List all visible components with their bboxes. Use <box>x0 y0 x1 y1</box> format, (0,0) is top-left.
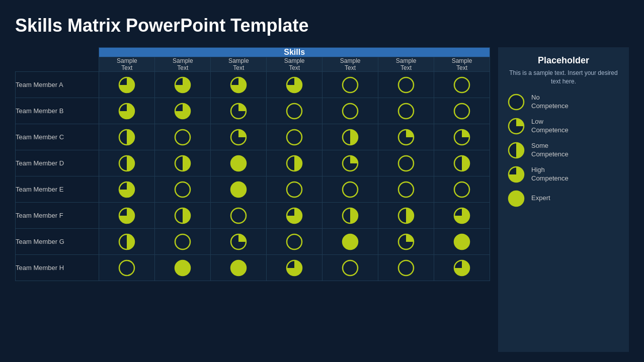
svg-point-34 <box>343 182 358 197</box>
legend-icon-some <box>507 141 525 159</box>
table-row: Team Member B <box>16 98 490 124</box>
skill-cell-7-1 <box>155 255 211 281</box>
svg-point-47 <box>287 234 302 249</box>
svg-point-52 <box>454 234 469 249</box>
skill-cell-6-5 <box>378 229 434 255</box>
col-header-6: SampleText <box>434 57 490 72</box>
skill-cell-3-5 <box>378 150 434 176</box>
svg-point-30 <box>175 182 190 197</box>
svg-point-35 <box>398 182 414 197</box>
legend-label-0: NoCompetence <box>531 94 569 111</box>
skill-cell-1-3 <box>267 98 323 124</box>
row-label-2: Team Member C <box>16 124 99 150</box>
legend-icon-high <box>507 165 525 184</box>
skill-cell-6-0 <box>99 229 155 255</box>
skills-header: Skills <box>99 48 490 57</box>
skill-cell-7-0 <box>99 255 155 281</box>
skill-cell-4-0 <box>99 176 155 203</box>
table-row: Team Member E <box>16 176 490 203</box>
svg-point-33 <box>287 182 302 197</box>
legend-item-2: SomeCompetence <box>507 141 620 159</box>
row-label-1: Team Member B <box>16 98 99 124</box>
skill-cell-6-6 <box>434 229 490 255</box>
skills-matrix-table: SkillsSampleTextSampleTextSampleTextSamp… <box>15 47 490 281</box>
skill-cell-5-3 <box>267 203 323 229</box>
skill-cell-7-3 <box>267 255 323 281</box>
row-label-5: Team Member F <box>16 203 99 229</box>
skill-cell-2-0 <box>99 124 155 150</box>
skill-cell-6-3 <box>267 229 323 255</box>
row-label-0: Team Member A <box>16 72 99 98</box>
svg-point-12 <box>398 104 414 119</box>
legend-item-0: NoCompetence <box>507 93 620 111</box>
skill-cell-6-2 <box>211 229 267 255</box>
skill-cell-2-3 <box>267 124 323 150</box>
svg-point-55 <box>175 260 190 276</box>
skill-cell-0-1 <box>155 72 211 98</box>
skill-cell-1-1 <box>155 98 211 124</box>
col-header-3: SampleText <box>267 57 323 72</box>
skill-cell-4-2 <box>211 176 267 203</box>
row-label-7: Team Member H <box>16 255 99 281</box>
svg-point-11 <box>343 104 358 119</box>
skill-cell-0-5 <box>378 72 434 98</box>
legend-item-4: Expert <box>507 190 620 208</box>
content-area: SkillsSampleTextSampleTextSampleTextSamp… <box>15 47 629 352</box>
col-header-2: SampleText <box>211 57 267 72</box>
skill-cell-7-5 <box>378 255 434 281</box>
table-row: Team Member H <box>16 255 490 281</box>
svg-point-27 <box>398 156 414 171</box>
skill-cell-2-2 <box>211 124 267 150</box>
skill-cell-5-4 <box>323 203 378 229</box>
legend-label-1: LowCompetence <box>531 118 569 135</box>
skill-cell-7-6 <box>434 255 490 281</box>
skill-cell-1-4 <box>323 98 378 124</box>
main-container: Skills Matrix PowerPoint Template Skills… <box>0 0 644 362</box>
svg-point-6 <box>454 77 469 93</box>
legend-title: Placeholder <box>507 55 620 66</box>
skill-cell-4-3 <box>267 176 323 203</box>
page-title: Skills Matrix PowerPoint Template <box>15 15 629 36</box>
table-row: Team Member C <box>16 124 490 150</box>
skill-cell-2-4 <box>323 124 378 150</box>
skill-cell-0-3 <box>267 72 323 98</box>
skill-cell-1-2 <box>211 98 267 124</box>
skill-cell-0-4 <box>323 72 378 98</box>
row-label-6: Team Member G <box>16 229 99 255</box>
skill-cell-4-4 <box>323 176 378 203</box>
skill-cell-4-5 <box>378 176 434 203</box>
svg-point-24 <box>231 156 246 171</box>
table-row: Team Member D <box>16 150 490 176</box>
skill-cell-4-1 <box>155 176 211 203</box>
legend-label-3: HighCompetence <box>531 166 569 183</box>
skill-cell-0-0 <box>99 72 155 98</box>
legend-item-1: LowCompetence <box>507 117 620 135</box>
skill-cell-5-1 <box>155 203 211 229</box>
legend-icon-none <box>507 93 525 111</box>
svg-point-4 <box>343 77 358 93</box>
legend-items: NoCompetence LowCompetence SomeCompetenc… <box>507 93 620 214</box>
skill-cell-5-2 <box>211 203 267 229</box>
table-row: Team Member G <box>16 229 490 255</box>
legend-icon-low <box>507 117 525 135</box>
legend-item-3: HighCompetence <box>507 165 620 184</box>
table-row: Team Member F <box>16 203 490 229</box>
svg-point-60 <box>398 260 414 276</box>
skill-cell-1-5 <box>378 98 434 124</box>
skill-cell-5-0 <box>99 203 155 229</box>
skill-cell-3-0 <box>99 150 155 176</box>
svg-point-45 <box>175 234 190 249</box>
table-row: Team Member A <box>16 72 490 98</box>
skill-cell-4-6 <box>434 176 490 203</box>
svg-point-13 <box>454 104 469 119</box>
skill-cell-0-6 <box>434 72 490 98</box>
skill-cell-7-4 <box>323 255 378 281</box>
skill-cell-2-5 <box>378 124 434 150</box>
svg-point-36 <box>454 182 469 197</box>
skill-cell-1-0 <box>99 98 155 124</box>
legend-label-4: Expert <box>531 194 550 203</box>
skill-cell-3-2 <box>211 150 267 176</box>
skill-cell-7-2 <box>211 255 267 281</box>
legend-section: Placeholder This is a sample text. Inser… <box>498 47 629 352</box>
skill-cell-1-6 <box>434 98 490 124</box>
